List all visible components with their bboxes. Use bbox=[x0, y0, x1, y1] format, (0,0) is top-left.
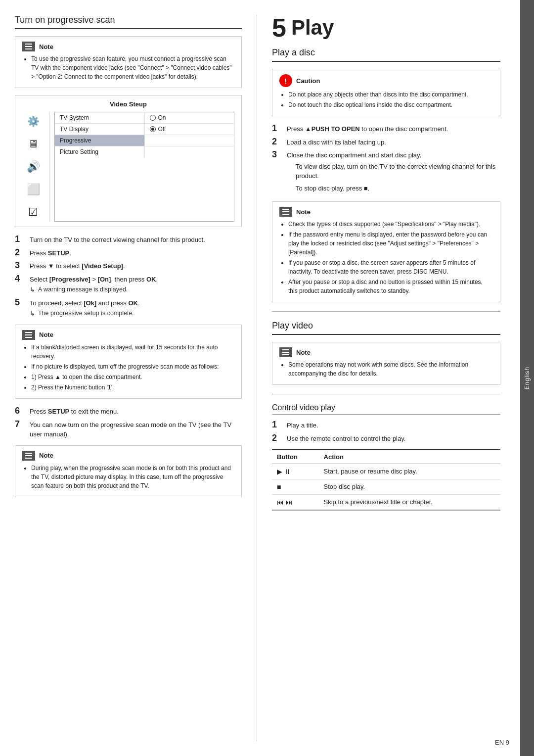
caution-icon: ! bbox=[279, 74, 292, 87]
step-item-1: 1 Turn on the TV to the correct viewing … bbox=[15, 234, 242, 245]
setup-menu-label-0: TV System bbox=[55, 112, 145, 123]
step-item-6: 6 Press SETUP to exit the menu. bbox=[15, 406, 242, 417]
table-col-action: Action bbox=[319, 450, 500, 464]
control-video-title: Control video play bbox=[272, 403, 500, 415]
note-icon-line bbox=[282, 352, 289, 353]
note-label-play-disc: Note bbox=[296, 208, 311, 216]
note-list-1: To use the progressive scan feature, you… bbox=[22, 54, 234, 81]
setup-icon-tv: 🖥 bbox=[24, 135, 43, 153]
note-icon-line bbox=[25, 337, 32, 338]
chapter-number: 5 bbox=[272, 15, 286, 41]
setup-icon-gear: ⚙️ bbox=[24, 112, 43, 131]
step-num-3: 3 bbox=[15, 260, 30, 271]
note-item: 1) Press ▲ to open the disc compartment. bbox=[31, 373, 234, 381]
step-content-6: Press SETUP to exit the menu. bbox=[30, 406, 242, 417]
setup-icon-check: ☑ bbox=[24, 203, 43, 222]
caution-header: ! Caution bbox=[279, 74, 493, 87]
note-item: If the password entry menu is displayed,… bbox=[288, 230, 493, 257]
note-icon-line bbox=[25, 334, 32, 335]
step-item-7: 7 You can now turn on the progressive sc… bbox=[15, 419, 242, 439]
note-icon-line bbox=[282, 214, 289, 215]
play-step-3: 3 Close the disc compartment and start d… bbox=[272, 149, 500, 195]
note-icon-line bbox=[282, 349, 289, 350]
note-icon-lines-2 bbox=[25, 332, 32, 338]
note-item: If no picture is displayed, turn off the… bbox=[31, 362, 234, 371]
setup-icon-speaker: 🔊 bbox=[24, 157, 43, 176]
step-content-7: You can now turn on the progressive scan… bbox=[30, 419, 242, 439]
control-step-content-1: Play a title. bbox=[287, 420, 500, 430]
note-icon-line bbox=[25, 48, 32, 49]
table-cell-button-0: ▶ ⏸ bbox=[272, 464, 319, 479]
table-row: ■ Stop disc play. bbox=[272, 479, 500, 495]
note-item: After you pause or stop a disc and no bu… bbox=[288, 278, 493, 295]
step-item-4: 4 Select [Progressive] > [On], then pres… bbox=[15, 274, 242, 295]
setup-icon-disc: ⬜ bbox=[24, 180, 43, 199]
play-step-num-2: 2 bbox=[272, 137, 287, 147]
note-icon-play-disc bbox=[279, 207, 292, 217]
setup-menu-row-0: TV System On bbox=[55, 112, 234, 124]
step-num-6: 6 bbox=[15, 406, 30, 417]
step-content-1: Turn on the TV to the correct viewing ch… bbox=[30, 234, 242, 245]
step-item-2: 2 Press SETUP. bbox=[15, 247, 242, 258]
button-symbol-playpause: ▶ ⏸ bbox=[277, 468, 291, 475]
section-divider-2 bbox=[272, 394, 500, 394]
table-cell-action-0: Start, pause or resume disc play. bbox=[319, 464, 500, 479]
note-icon-line bbox=[25, 332, 32, 333]
note-icon-line bbox=[282, 211, 289, 212]
right-column: 5 Play Play a disc ! Caution Do not plac… bbox=[257, 15, 500, 741]
caution-label: Caution bbox=[296, 77, 320, 85]
note-icon-line bbox=[25, 458, 32, 459]
play-step-3-sublist: To view disc play, turn on the TV to the… bbox=[287, 162, 500, 196]
table-row: ⏮ ⏭ Skip to a previous/next title or cha… bbox=[272, 495, 500, 511]
steps-list-2: 6 Press SETUP to exit the menu. 7 You ca… bbox=[15, 406, 242, 439]
setup-menu-row-1: TV Display Off bbox=[55, 124, 234, 135]
note-icon-line bbox=[282, 354, 289, 355]
note-box-1: Note To use the progressive scan feature… bbox=[15, 36, 242, 88]
note-icon-line bbox=[25, 455, 32, 456]
note-box-2: Note If a blank/distorted screen is disp… bbox=[15, 325, 242, 399]
note-header-play-video: Note bbox=[279, 347, 493, 357]
step-sub-text-5: The progressive setup is complete. bbox=[38, 309, 134, 318]
button-symbol-stop: ■ bbox=[277, 483, 281, 491]
note-header-3: Note bbox=[22, 451, 234, 461]
setup-diagram-inner: ⚙️ 🖥 🔊 ⬜ ☑ TV System On bbox=[22, 112, 234, 222]
control-table: Button Action ▶ ⏸ Start, pause or resume… bbox=[272, 449, 500, 511]
radio-on-label: On bbox=[158, 114, 166, 121]
table-cell-button-2: ⏮ ⏭ bbox=[272, 495, 319, 511]
control-step-content-2: Use the remote control to control the pl… bbox=[287, 433, 500, 444]
note-list-play-video: Some operations may not work with some d… bbox=[279, 360, 493, 378]
setup-menu-table: TV System On TV Display bbox=[54, 112, 234, 222]
step-sub-text-4: A warning message is displayed. bbox=[38, 285, 128, 294]
step-num-7: 7 bbox=[15, 419, 30, 439]
table-cell-button-1: ■ bbox=[272, 479, 319, 495]
note-icon-line bbox=[25, 453, 32, 454]
setup-menu-row-3: Picture Setting bbox=[55, 146, 234, 157]
note-list-play-disc: Check the types of discs supported (see … bbox=[279, 220, 493, 295]
radio-circle-on bbox=[150, 115, 156, 121]
note-icon-lines-3 bbox=[25, 453, 32, 459]
note-icon-lines-play-disc bbox=[282, 209, 289, 215]
note-label-3: Note bbox=[39, 452, 53, 459]
setup-menu-value-0: On bbox=[145, 112, 234, 123]
play-step-content-2: Load a disc with its label facing up. bbox=[287, 137, 500, 147]
play-step-num-3: 3 bbox=[272, 149, 287, 160]
note-item: During play, when the progressive scan m… bbox=[31, 464, 234, 490]
chapter-title-row: 5 Play bbox=[272, 15, 500, 41]
step-num-2: 2 bbox=[15, 247, 30, 258]
radio-off: Off bbox=[150, 126, 229, 133]
chapter-title: Play bbox=[291, 16, 334, 40]
step-content-5: To proceed, select [Ok] and press OK. bbox=[30, 297, 242, 308]
note-item: If a blank/distorted screen is displayed… bbox=[31, 343, 234, 361]
note-item: 2) Press the Numeric button '1'. bbox=[31, 383, 234, 392]
step-sub-4: ↳ A warning message is displayed. bbox=[30, 285, 242, 295]
note-box-3: Note During play, when the progressive s… bbox=[15, 445, 242, 497]
section-play-video-title: Play video bbox=[272, 321, 500, 335]
note-box-play-disc: Note Check the types of discs supported … bbox=[272, 201, 500, 302]
setup-menu-label-1: TV Display bbox=[55, 124, 145, 135]
step-content-4: Select [Progressive] > [On], then press … bbox=[30, 274, 242, 284]
setup-diagram-title: Video Steup bbox=[22, 100, 234, 108]
note-box-play-video: Note Some operations may not work with s… bbox=[272, 342, 500, 385]
note-icon-lines-1 bbox=[25, 44, 32, 49]
step-item-3: 3 Press ▼ to select [Video Setup]. bbox=[15, 260, 242, 271]
sub-item: To view disc play, turn on the TV to the… bbox=[296, 162, 500, 181]
